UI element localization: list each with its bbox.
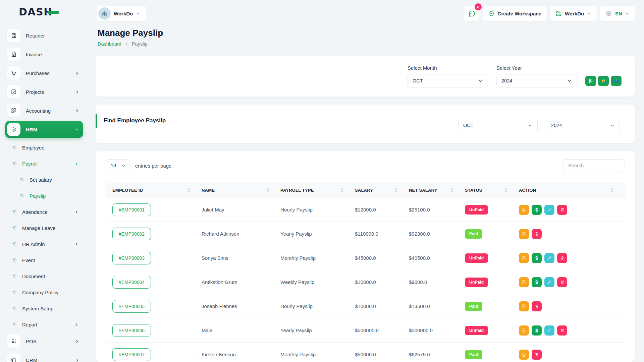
edit-button[interactable]: [544, 253, 554, 263]
delete-button[interactable]: [532, 229, 542, 239]
payslip-button[interactable]: $: [519, 301, 529, 311]
column-header-action[interactable]: ACTION: [512, 183, 625, 198]
messages-count-badge: 0: [475, 3, 482, 10]
payslip-button[interactable]: $: [519, 325, 529, 336]
payroll-type: Monthly Payslip: [274, 352, 348, 357]
row-actions: $: [512, 301, 625, 311]
sidebar-item-retainer[interactable]: Retainer: [5, 27, 83, 44]
sidebar-item-purchases[interactable]: Purchases: [5, 64, 83, 82]
delete-button[interactable]: [532, 301, 542, 311]
workdo-menu-button[interactable]: WorkDo: [550, 6, 597, 21]
language-selector[interactable]: EN: [600, 6, 635, 21]
status-badge: UnPaid: [465, 326, 488, 335]
column-header-payroll-type[interactable]: PAYROLL TYPE: [274, 183, 348, 198]
year-select[interactable]: 2024: [496, 74, 577, 87]
breadcrumb-dashboard-link[interactable]: Dashboard: [98, 41, 121, 47]
pay-button[interactable]: $: [532, 277, 542, 287]
brand-logo-dash: [47, 11, 59, 14]
sidebar-item-crm[interactable]: CRM: [5, 351, 83, 362]
find-year-select[interactable]: 2024: [546, 119, 620, 132]
delete-button[interactable]: [557, 253, 567, 263]
column-header-status[interactable]: STATUS: [458, 183, 512, 198]
svg-text:$: $: [523, 208, 525, 211]
create-workspace-button[interactable]: Create Workspace: [483, 6, 547, 21]
find-month-select[interactable]: OCT: [458, 119, 538, 132]
page-size-select[interactable]: 10: [106, 159, 130, 172]
bullet-icon: [20, 193, 24, 198]
chevron-right-icon: [75, 90, 79, 94]
employee-id-badge[interactable]: #EMP00001: [112, 203, 151, 216]
column-header-name[interactable]: NAME: [195, 183, 274, 198]
delete-button[interactable]: [557, 325, 567, 336]
chevron-right-icon: [74, 162, 78, 166]
brand-logo[interactable]: DASH: [0, 0, 91, 23]
sidebar-item-attendance[interactable]: Attendance: [5, 204, 83, 220]
payslip-button[interactable]: $: [519, 205, 529, 215]
payroll-type: Hourly Payslip: [274, 303, 348, 309]
employee-id-badge[interactable]: #EMP00002: [112, 228, 151, 240]
svg-text:$: $: [523, 329, 525, 331]
status-badge: UnPaid: [465, 278, 488, 287]
sidebar-item-accounting[interactable]: Accounting: [5, 102, 83, 119]
payslip-button[interactable]: $: [519, 253, 529, 263]
google-drive-button[interactable]: [598, 76, 609, 86]
sidebar-item-manage-leave[interactable]: Manage Leave: [5, 220, 83, 236]
sidebar-item-label: Report: [22, 322, 74, 327]
edit-button[interactable]: [544, 205, 554, 215]
employee-name: Kirsten Benson: [195, 352, 274, 357]
payslip-button[interactable]: $: [519, 229, 529, 239]
messages-button[interactable]: 0: [464, 6, 479, 21]
sidebar-item-label: Invoice: [26, 52, 79, 57]
sidebar-item-set-salary[interactable]: Set salary: [5, 172, 83, 188]
employee-id-badge[interactable]: #EMP00006: [112, 324, 151, 337]
table-row: #EMP00005 Joseph Fiennes Hourly Payslip …: [106, 294, 625, 318]
column-header-salary[interactable]: SALARY: [348, 183, 402, 198]
edit-button[interactable]: [544, 325, 554, 336]
payroll-type: Monthly Payslip: [274, 255, 348, 261]
sidebar-item-payslip[interactable]: Payslip: [5, 188, 83, 204]
employee-id-badge[interactable]: #EMP00007: [112, 348, 151, 361]
generate-payslip-button[interactable]: $: [585, 76, 596, 86]
sidebar-item-system-setup[interactable]: System Setup: [5, 300, 83, 316]
pay-button[interactable]: $: [532, 253, 542, 263]
status-badge: UnPaid: [465, 205, 488, 215]
onedrive-button[interactable]: [611, 76, 622, 86]
sidebar-item-invoice[interactable]: Invoice: [5, 46, 83, 63]
sidebar-item-hr-admin[interactable]: HR Admin: [5, 236, 83, 252]
month-select[interactable]: OCT: [408, 74, 488, 87]
column-header-employee-id[interactable]: EMPLOYEE ID: [106, 183, 195, 198]
bullet-icon: [12, 290, 17, 295]
search-input[interactable]: [563, 159, 625, 172]
sidebar-item-projects[interactable]: Projects: [5, 83, 83, 101]
employee-name: Joseph Fiennes: [195, 303, 274, 309]
delete-button[interactable]: [557, 277, 567, 287]
sidebar-item-label: Event: [22, 257, 78, 263]
svg-text:$: $: [590, 80, 591, 82]
purchases-icon: [7, 66, 20, 80]
column-header-net-salary[interactable]: NET SALARY: [402, 183, 458, 198]
sidebar-item-label: Payroll: [22, 161, 74, 167]
employee-id-badge[interactable]: #EMP00004: [112, 276, 151, 289]
employee-id-badge[interactable]: #EMP00003: [112, 252, 151, 264]
payslip-button[interactable]: $: [519, 277, 529, 287]
workspace-switcher[interactable]: WorkDo: [97, 6, 146, 21]
sidebar-item-event[interactable]: Event: [5, 252, 83, 268]
pay-button[interactable]: $: [532, 205, 542, 215]
sidebar-item-hrm[interactable]: HRM: [5, 121, 83, 138]
delete-button[interactable]: [532, 350, 542, 360]
edit-button[interactable]: [544, 277, 554, 287]
payslip-button[interactable]: $: [519, 350, 529, 360]
dollar-icon: $: [535, 280, 538, 285]
sidebar-item-employee[interactable]: Employee: [5, 139, 83, 156]
delete-button[interactable]: [557, 205, 567, 215]
net-salary: $40500.0: [402, 255, 458, 261]
pay-button[interactable]: $: [532, 325, 542, 336]
sidebar-item-payroll[interactable]: Payroll: [5, 156, 83, 172]
sidebar-item-company-policy[interactable]: Company Policy: [5, 284, 83, 300]
employee-id-badge[interactable]: #EMP00005: [112, 300, 151, 313]
sidebar-item-document[interactable]: Document: [5, 268, 83, 284]
plus-circle-icon: [488, 10, 494, 17]
dollar-icon: $: [535, 328, 538, 333]
sidebar-item-pos[interactable]: POS: [5, 333, 83, 350]
sidebar-item-report[interactable]: Report: [5, 316, 83, 333]
